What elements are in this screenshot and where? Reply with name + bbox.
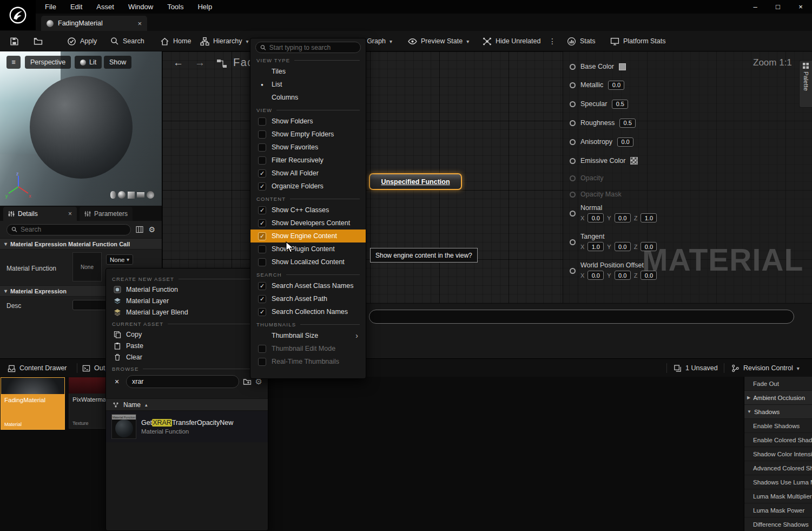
asset-search[interactable] <box>126 375 239 388</box>
setting-row-enable-shadows[interactable]: Enable Shadows <box>744 419 812 433</box>
menu-item-paste[interactable]: Paste <box>106 340 268 351</box>
tab-parameters[interactable]: Parameters <box>80 207 133 221</box>
setting-row-ambient-occlusion[interactable]: ▶Ambient Occlusion <box>744 391 812 405</box>
menu-item-show-cpp-classes[interactable]: ✓Show C++ Classes <box>250 204 366 217</box>
pin-value-box[interactable]: 0.5 <box>612 100 628 109</box>
setting-row-luma-mask-power[interactable]: Luma Mask Power <box>744 503 812 517</box>
setting-row-advanced-colored-shadows[interactable]: Advanced Colored Shadows <box>744 461 812 475</box>
menu-item-filter-recursively[interactable]: Filter Recursively <box>250 154 366 167</box>
show-button[interactable]: Show <box>104 56 131 69</box>
stats-search-input[interactable] <box>376 313 787 320</box>
pin-tangent[interactable]: Tangent X1.0 Y0.0 Z0.0 <box>570 233 657 251</box>
menu-item-show-localized-content[interactable]: Show Localized Content <box>250 255 366 268</box>
perspective-button[interactable]: Perspective <box>25 56 71 69</box>
menu-item-show-all-folder[interactable]: ✓Show All Folder <box>250 167 366 180</box>
tab-close-icon[interactable]: × <box>137 19 142 28</box>
menu-item-clear[interactable]: Clear <box>106 351 268 363</box>
menu-item-show-empty-folders[interactable]: Show Empty Folders <box>250 128 366 141</box>
display-options-icon[interactable] <box>136 226 143 233</box>
unreal-logo[interactable] <box>0 0 36 30</box>
palette-tab[interactable]: Palette <box>799 60 812 108</box>
menu-item-thumbnail-size[interactable]: Thumbnail Size› <box>250 329 366 342</box>
pin-value-box[interactable]: 0.5 <box>619 119 636 128</box>
save-search-folder-icon[interactable] <box>243 377 252 386</box>
menu-edit[interactable]: Edit <box>63 0 89 14</box>
asset-search-input[interactable] <box>132 378 233 385</box>
emissive-color-swatch[interactable] <box>630 157 638 165</box>
setting-row-luma-mask-multiplier[interactable]: Luma Mask Multiplier <box>744 489 812 503</box>
expand-down-icon[interactable]: ▼ <box>747 409 751 414</box>
menu-item-show-folders[interactable]: Show Folders <box>250 115 366 128</box>
setting-row-shadow-color-intensity[interactable]: Shadow Color Intensity <box>744 447 812 461</box>
content-drawer-button[interactable]: Content Drawer <box>8 362 67 375</box>
material-function-thumbnail[interactable]: None <box>72 252 102 281</box>
revision-control-button[interactable]: Revision Control ▾ <box>731 362 800 375</box>
expand-right-icon[interactable]: ▶ <box>747 395 750 400</box>
pin-value-box[interactable]: 0.0 <box>587 213 604 222</box>
pin-base-color[interactable]: Base Color <box>570 61 626 72</box>
menu-item-search-collection-names[interactable]: ✓Search Collection Names <box>250 305 366 318</box>
platform-stats-button[interactable]: Platform Stats <box>607 34 669 48</box>
pin-emissive-color[interactable]: Emissive Color <box>570 155 638 166</box>
menu-item-material-layer[interactable]: Material Layer <box>106 295 268 306</box>
toolbar-overflow-button[interactable]: ⋮ <box>545 34 559 48</box>
setting-row-shadows-use-luma-mask[interactable]: Shadows Use Luma Mask <box>744 475 812 489</box>
asset-tile-fadingmaterial[interactable]: FadingMaterial Material <box>1 377 65 430</box>
setting-row-difference-shadows[interactable]: Difference Shadows <box>744 517 812 531</box>
preview-sphere-icon[interactable] <box>118 191 126 199</box>
menu-item-material-function[interactable]: Material Function <box>106 284 268 295</box>
preview-cylinder-icon[interactable] <box>110 191 116 199</box>
menu-item-show-engine-content[interactable]: ✓Show Engine Content <box>250 230 366 242</box>
minimize-button[interactable]: – <box>744 0 767 14</box>
pin-value-box[interactable]: 0.0 <box>641 271 657 280</box>
pin-value-box[interactable]: 1.0 <box>587 242 604 251</box>
setting-row-shadows[interactable]: ▼Shadows <box>744 405 812 419</box>
preview-custom-mesh-icon[interactable] <box>147 191 154 199</box>
details-search-input[interactable] <box>21 226 126 233</box>
menu-item-search-asset-path[interactable]: ✓Search Asset Path <box>250 292 366 305</box>
menu-window[interactable]: Window <box>121 0 160 14</box>
stats-button[interactable]: Stats <box>564 34 599 48</box>
tab-fadingmaterial[interactable]: FadingMaterial × <box>41 16 147 31</box>
menu-item-copy[interactable]: Copy <box>106 329 268 340</box>
pin-normal[interactable]: Normal X0.0 Y0.0 Z1.0 <box>570 204 657 222</box>
menu-item-tiles[interactable]: Tiles <box>250 65 366 78</box>
menu-item-search-asset-class-names[interactable]: ✓Search Asset Class Names <box>250 279 366 292</box>
base-color-swatch[interactable] <box>619 63 626 70</box>
menu-item-real-time-thumbnails[interactable]: Real-Time Thumbnails <box>250 355 366 368</box>
preview-cube-icon[interactable] <box>128 192 135 199</box>
unsaved-button[interactable]: 1 Unsaved <box>674 362 718 375</box>
menu-item-show-developers-content[interactable]: ✓Show Developers Content <box>250 217 366 230</box>
pin-value-box[interactable]: 0.0 <box>615 213 631 222</box>
hide-unrelated-button[interactable]: Hide Unrelated <box>479 34 544 48</box>
menu-asset[interactable]: Asset <box>89 0 121 14</box>
pin-anisotropy[interactable]: Anisotropy 0.0 <box>570 136 633 147</box>
search-button[interactable]: Search <box>107 34 148 48</box>
browse-to-asset-button[interactable] <box>30 34 46 48</box>
menu-item-show-favorites[interactable]: Show Favorites <box>250 141 366 154</box>
details-settings-gear-icon[interactable]: ⚙ <box>148 225 155 234</box>
apply-button[interactable]: Apply <box>64 34 100 48</box>
viewport-options-button[interactable]: ≡ <box>6 56 21 69</box>
section-material-function-call[interactable]: ▾ Material Expression Material Function … <box>0 238 162 250</box>
menu-help[interactable]: Help <box>190 0 219 14</box>
pin-value-box[interactable]: 0.0 <box>587 271 604 280</box>
asset-result-row[interactable]: Material Function GetXRARTransferOpacity… <box>106 411 268 442</box>
pin-value-box[interactable]: 0.0 <box>617 137 633 147</box>
pin-metallic[interactable]: Metallic 0.0 <box>570 80 624 90</box>
setting-row-fade-out[interactable]: Fade Out <box>744 377 812 391</box>
menu-item-material-layer-blend[interactable]: Material Layer Blend <box>106 306 268 318</box>
tab-details-close-icon[interactable]: × <box>68 210 72 218</box>
menu-search[interactable] <box>255 42 361 53</box>
preview-viewport[interactable]: ≡ Perspective Lit Show z y x <box>0 51 162 206</box>
pin-roughness[interactable]: Roughness 0.5 <box>570 117 636 128</box>
tab-details[interactable]: Details × <box>3 207 77 221</box>
pin-specular[interactable]: Specular 0.5 <box>570 99 628 109</box>
preview-state-button[interactable]: Preview State ▾ <box>405 34 472 48</box>
lit-button[interactable]: Lit <box>75 56 102 69</box>
stats-search-bar[interactable] <box>369 310 794 324</box>
menu-item-columns[interactable]: Columns <box>250 91 366 104</box>
material-result-node[interactable]: MATERIAL Base Color Metallic 0.0 Specula… <box>563 51 812 303</box>
menu-item-list[interactable]: ●List <box>250 78 366 91</box>
pin-value-box[interactable]: 0.0 <box>641 242 657 251</box>
